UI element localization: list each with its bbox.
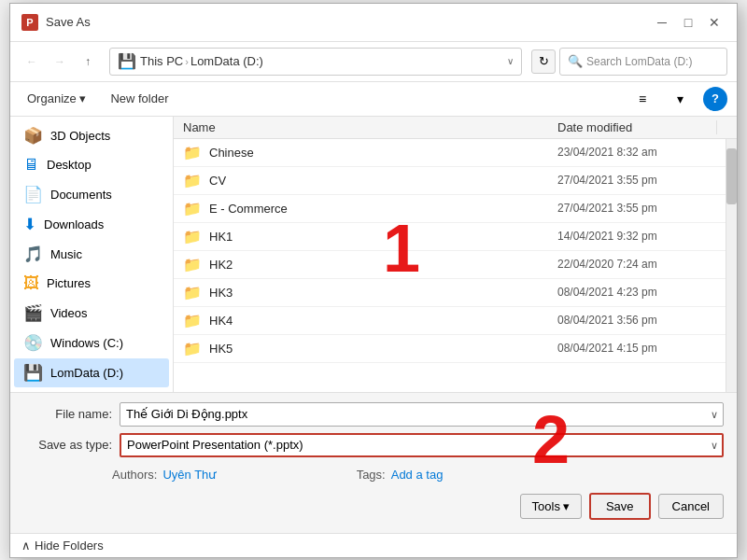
table-row[interactable]: 📁 HK3 08/04/2021 4:23 pm	[174, 279, 726, 307]
file-date: 23/04/2021 8:32 am	[557, 146, 716, 159]
sidebar-item-lomdata-d[interactable]: 💾 LomData (D:)	[14, 358, 169, 387]
cancel-button[interactable]: Cancel	[658, 494, 724, 519]
meta-row: Authors: Uyên Thư Tags: Add a tag	[23, 464, 724, 489]
organize-button[interactable]: Organize ▾	[20, 89, 93, 108]
tools-button[interactable]: Tools ▾	[520, 494, 582, 519]
file-date: 08/04/2021 3:56 pm	[557, 314, 716, 327]
file-name: HK2	[209, 258, 557, 272]
savetype-select[interactable]: PowerPoint Presentation (*.pptx)	[120, 433, 724, 457]
action-bar: Tools ▾ Save Cancel	[23, 489, 724, 524]
sidebar-item-music[interactable]: 🎵 Music	[14, 240, 169, 269]
search-bar[interactable]: 🔍 Search LomData (D:)	[559, 48, 727, 76]
filename-row: File name: ∨	[23, 402, 724, 427]
sidebar-item-windows-c[interactable]: 💿 Windows (C:)	[14, 329, 169, 357]
folder-icon: 📁	[183, 256, 202, 273]
scrollbar-thumb[interactable]	[726, 148, 737, 204]
title-bar: P Save As ─ □ ✕	[10, 4, 737, 42]
hide-folders-button[interactable]: ∧ Hide Folders	[21, 539, 104, 553]
navigation-bar: ← → ↑ 💾 This PC › LomData (D:) ∨ ↻ 🔍 Sea…	[10, 42, 737, 82]
file-name: HK3	[209, 286, 557, 300]
maximize-button[interactable]: □	[677, 11, 699, 34]
address-dropdown-arrow[interactable]: ∨	[507, 56, 514, 66]
sidebar-item-3d-objects[interactable]: 📦 3D Objects	[14, 121, 169, 150]
folder-icon: 📁	[183, 144, 202, 161]
folder-icon: 📁	[183, 172, 202, 189]
sidebar-label-documents: Documents	[50, 188, 112, 202]
path-thispc: This PC	[140, 54, 183, 68]
file-date: 22/04/2020 7:24 am	[557, 258, 716, 271]
table-row[interactable]: 📁 HK5 08/04/2021 4:15 pm	[174, 335, 726, 363]
address-bar[interactable]: 💾 This PC › LomData (D:) ∨	[109, 48, 522, 76]
file-date: 08/04/2021 4:23 pm	[557, 286, 716, 299]
bottom-form-area: File name: ∨ Save as type: PowerPoint Pr…	[10, 392, 737, 533]
search-icon: 🔍	[568, 54, 583, 68]
authors-label: Authors:	[112, 468, 157, 482]
save-button[interactable]: Save	[589, 493, 651, 520]
minimize-button[interactable]: ─	[651, 11, 673, 34]
downloads-icon: ⬇	[23, 215, 36, 234]
toolbar: Organize ▾ New folder ≡ ▾ ?	[10, 82, 737, 117]
3d-objects-icon: 📦	[23, 126, 43, 146]
filename-label: File name:	[23, 407, 112, 421]
authors-value[interactable]: Uyên Thư	[162, 468, 216, 482]
table-row[interactable]: 📁 HK4 08/04/2021 3:56 pm	[174, 307, 726, 335]
view-dropdown-button[interactable]: ▾	[666, 87, 694, 111]
sidebar-item-downloads[interactable]: ⬇ Downloads	[14, 210, 169, 239]
tags-value[interactable]: Add a tag	[391, 468, 444, 482]
file-list-header: Name Date modified	[174, 117, 737, 139]
folder-icon: 📁	[183, 340, 202, 357]
table-row[interactable]: 📁 HK2 22/04/2020 7:24 am	[174, 251, 726, 279]
table-row[interactable]: 📁 HK1 14/04/2021 9:32 pm	[174, 223, 726, 251]
music-icon: 🎵	[23, 245, 43, 264]
refresh-button[interactable]: ↻	[531, 49, 556, 74]
hide-folders-label: Hide Folders	[35, 539, 104, 553]
forward-button[interactable]: →	[48, 49, 72, 74]
back-button[interactable]: ←	[20, 49, 44, 74]
file-list: 📁 Chinese 23/04/2021 8:32 am 📁 CV 27/04/…	[174, 139, 726, 392]
filename-input[interactable]	[120, 402, 724, 427]
file-date: 08/04/2021 4:15 pm	[557, 342, 716, 355]
table-row[interactable]: 📁 E - Commerce 27/04/2021 3:55 pm	[174, 195, 726, 223]
file-date: 27/04/2021 3:55 pm	[557, 202, 716, 215]
sidebar-item-pictures[interactable]: 🖼 Pictures	[14, 270, 169, 298]
scrollbar-track[interactable]	[726, 139, 737, 392]
folder-icon: 📁	[183, 312, 202, 329]
footer-bar: ∧ Hide Folders	[10, 533, 737, 557]
file-name: CV	[209, 174, 557, 188]
sidebar-item-desktop[interactable]: 🖥 Desktop	[14, 151, 169, 179]
file-name: HK1	[209, 230, 557, 244]
col-date-header: Date modified	[557, 120, 716, 134]
save-as-dialog: P Save As ─ □ ✕ ← → ↑ 💾 This PC › LomDat…	[9, 3, 738, 558]
file-pane-wrapper: Name Date modified 📁 Chinese 23/04/2021 …	[174, 117, 737, 392]
savetype-select-wrapper: PowerPoint Presentation (*.pptx) ∨	[120, 433, 724, 457]
file-name: HK5	[209, 342, 557, 356]
file-name: Chinese	[209, 146, 557, 160]
folder-icon: 📁	[183, 200, 202, 217]
dialog-title: Save As	[46, 15, 651, 29]
sidebar-item-videos[interactable]: 🎬 Videos	[14, 299, 169, 328]
col-name-header: Name	[183, 120, 557, 134]
sidebar-item-documents[interactable]: 📄 Documents	[14, 180, 169, 209]
main-content: 📦 3D Objects 🖥 Desktop 📄 Documents ⬇ Dow…	[10, 117, 737, 392]
path-lomdata: LomData (D:)	[190, 54, 263, 68]
savetype-label: Save as type:	[23, 438, 112, 452]
folder-icon: 📁	[183, 284, 202, 301]
savetype-row: Save as type: PowerPoint Presentation (*…	[23, 433, 724, 457]
close-button[interactable]: ✕	[703, 11, 726, 34]
up-button[interactable]: ↑	[76, 49, 100, 74]
lomdata-icon: 💾	[23, 363, 43, 383]
new-folder-button[interactable]: New folder	[103, 89, 176, 108]
table-row[interactable]: 📁 Chinese 23/04/2021 8:32 am	[174, 139, 726, 167]
file-list-with-scroll: 📁 Chinese 23/04/2021 8:32 am 📁 CV 27/04/…	[174, 139, 737, 392]
sidebar-label-3d: 3D Objects	[50, 129, 110, 143]
file-name: HK4	[209, 314, 557, 328]
help-button[interactable]: ?	[703, 87, 727, 111]
view-button[interactable]: ≡	[628, 87, 656, 111]
table-row[interactable]: 📁 CV 27/04/2021 3:55 pm	[174, 167, 726, 195]
documents-icon: 📄	[23, 185, 43, 204]
pictures-icon: 🖼	[23, 274, 39, 293]
drive-icon: 💾	[118, 52, 136, 70]
videos-icon: 🎬	[23, 303, 43, 323]
desktop-icon: 🖥	[23, 156, 39, 175]
sidebar-label-pictures: Pictures	[47, 276, 91, 290]
